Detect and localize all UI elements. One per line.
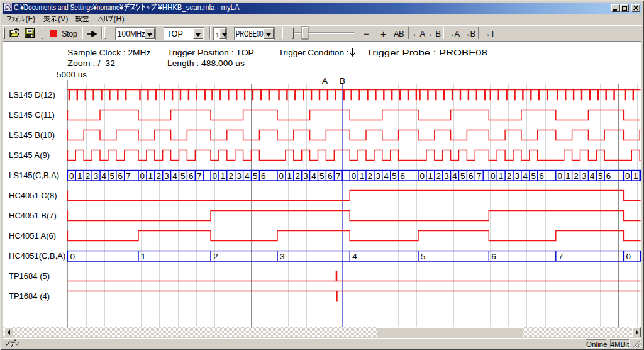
svg-text:0: 0 <box>70 252 75 261</box>
svg-text:2: 2 <box>295 171 300 181</box>
svg-text:5: 5 <box>392 171 397 181</box>
svg-text:5: 5 <box>531 171 536 181</box>
svg-text:5: 5 <box>110 171 115 181</box>
svg-text:7: 7 <box>336 171 341 181</box>
svg-text:1: 1 <box>633 171 638 181</box>
svg-text:3: 3 <box>280 252 285 261</box>
svg-text:4: 4 <box>590 171 595 181</box>
svg-text:7: 7 <box>558 252 564 261</box>
svg-text:4: 4 <box>352 252 357 261</box>
svg-text:0: 0 <box>279 171 284 181</box>
svg-text:5: 5 <box>421 252 426 261</box>
svg-text:1: 1 <box>360 171 365 181</box>
svg-text:7: 7 <box>197 171 202 181</box>
svg-text:3: 3 <box>376 171 381 181</box>
svg-text:2: 2 <box>228 171 233 181</box>
svg-text:0: 0 <box>352 171 357 181</box>
svg-text:4: 4 <box>245 171 250 181</box>
svg-text:3: 3 <box>94 171 99 181</box>
svg-text:0: 0 <box>557 171 562 181</box>
svg-text:7: 7 <box>477 171 482 181</box>
svg-text:0: 0 <box>69 171 74 181</box>
svg-text:2: 2 <box>574 171 579 181</box>
svg-text:3: 3 <box>236 171 242 181</box>
svg-text:2: 2 <box>156 171 161 181</box>
svg-text:Zoom : / 32: Zoom : / 32 <box>67 59 115 68</box>
svg-text:4: 4 <box>311 171 316 181</box>
svg-text:Trigger Probe : PROBE08: Trigger Probe : PROBE08 <box>367 48 487 57</box>
svg-text:3: 3 <box>582 171 587 181</box>
svg-text:5: 5 <box>180 171 186 181</box>
svg-text:B: B <box>340 76 345 86</box>
svg-text:4: 4 <box>452 171 457 181</box>
svg-text:1: 1 <box>428 171 433 181</box>
svg-text:7: 7 <box>126 171 131 181</box>
svg-text:6: 6 <box>189 171 194 181</box>
svg-text:6: 6 <box>400 171 405 181</box>
svg-text:6: 6 <box>491 252 496 261</box>
svg-text:1: 1 <box>77 171 82 181</box>
svg-text:6: 6 <box>539 171 544 181</box>
svg-text:2: 2 <box>213 252 218 261</box>
svg-text:0: 0 <box>491 171 496 181</box>
svg-text:5: 5 <box>598 171 603 181</box>
svg-text:6: 6 <box>606 171 611 181</box>
svg-text:3: 3 <box>515 171 520 181</box>
svg-text:5000 us: 5000 us <box>57 70 87 79</box>
svg-text:3: 3 <box>444 171 449 181</box>
svg-text:4: 4 <box>523 171 528 181</box>
svg-text:0: 0 <box>213 171 218 181</box>
svg-text:Length : 488.000 us: Length : 488.000 us <box>167 59 245 68</box>
svg-text:4: 4 <box>384 171 389 181</box>
svg-text:2: 2 <box>368 171 373 181</box>
svg-text:0: 0 <box>625 171 630 181</box>
svg-text:1: 1 <box>287 171 292 181</box>
svg-text:Trigger Position : TOP: Trigger Position : TOP <box>167 48 254 57</box>
svg-text:6: 6 <box>261 171 266 181</box>
svg-text:1: 1 <box>141 252 146 261</box>
svg-text:4: 4 <box>172 171 177 181</box>
svg-text:1: 1 <box>221 171 226 181</box>
svg-text:1: 1 <box>148 171 153 181</box>
svg-text:0: 0 <box>140 171 145 181</box>
svg-text:2: 2 <box>507 171 512 181</box>
svg-text:6: 6 <box>328 171 333 181</box>
svg-text:4: 4 <box>102 171 107 181</box>
svg-text:2: 2 <box>86 171 91 181</box>
svg-text:5: 5 <box>253 171 258 181</box>
svg-text:5: 5 <box>319 171 325 181</box>
svg-text:2: 2 <box>436 171 441 181</box>
svg-text:A: A <box>322 76 328 86</box>
svg-text:0: 0 <box>626 252 631 261</box>
svg-text:3: 3 <box>303 171 308 181</box>
svg-text:Sample Clock : 2MHz: Sample Clock : 2MHz <box>67 48 150 57</box>
svg-text:1: 1 <box>499 171 504 181</box>
svg-text:1: 1 <box>565 171 570 181</box>
svg-text:6: 6 <box>118 171 123 181</box>
svg-text:0: 0 <box>420 171 425 181</box>
svg-text:5: 5 <box>460 171 465 181</box>
svg-text:3: 3 <box>164 171 169 181</box>
svg-text:6: 6 <box>469 171 474 181</box>
svg-text:Trigger Condition :: Trigger Condition : <box>279 48 349 57</box>
